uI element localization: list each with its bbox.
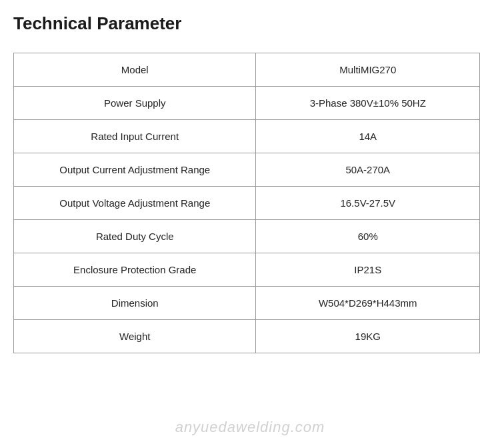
param-value: 50A-270A <box>256 153 480 187</box>
table-row: Power Supply3-Phase 380V±10% 50HZ <box>14 87 480 120</box>
param-value: W504*D269*H443mm <box>256 287 480 320</box>
table-row: Rated Input Current14A <box>14 120 480 153</box>
table-row: ModelMultiMIG270 <box>14 53 480 87</box>
param-value: 16.5V-27.5V <box>256 187 480 220</box>
table-row: Output Voltage Adjustment Range16.5V-27.… <box>14 187 480 220</box>
watermark: anyuedawelding.com <box>0 419 500 436</box>
param-label: Model <box>14 53 256 87</box>
table-row: Output Current Adjustment Range50A-270A <box>14 153 480 187</box>
table-row: Rated Duty Cycle60% <box>14 220 480 253</box>
technical-parameters-table: ModelMultiMIG270Power Supply3-Phase 380V… <box>13 53 480 353</box>
page-title: Technical Parameter <box>13 13 480 34</box>
param-value: IP21S <box>256 253 480 287</box>
param-value: MultiMIG270 <box>256 53 480 87</box>
param-label: Dimension <box>14 287 256 320</box>
param-value: 3-Phase 380V±10% 50HZ <box>256 87 480 120</box>
param-value: 60% <box>256 220 480 253</box>
param-value: 14A <box>256 120 480 153</box>
param-label: Weight <box>14 320 256 353</box>
param-label: Enclosure Protection Grade <box>14 253 256 287</box>
param-label: Output Voltage Adjustment Range <box>14 187 256 220</box>
table-row: Enclosure Protection GradeIP21S <box>14 253 480 287</box>
table-row: DimensionW504*D269*H443mm <box>14 287 480 320</box>
table-row: Weight19KG <box>14 320 480 353</box>
param-label: Rated Duty Cycle <box>14 220 256 253</box>
param-label: Power Supply <box>14 87 256 120</box>
param-label: Rated Input Current <box>14 120 256 153</box>
param-value: 19KG <box>256 320 480 353</box>
param-label: Output Current Adjustment Range <box>14 153 256 187</box>
